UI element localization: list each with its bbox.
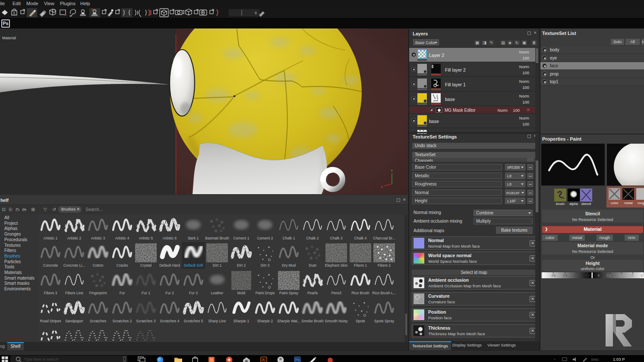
svg-text:-0.4: -0.4 [574, 274, 579, 277]
svg-text:-0.2: -0.2 [585, 274, 590, 277]
svg-text:Y: Y [391, 169, 393, 173]
svg-text:-0.8: -0.8 [551, 274, 556, 277]
svg-text:0.2: 0.2 [607, 274, 611, 277]
svg-text:Z: Z [393, 183, 395, 187]
svg-text:Type here to search: Type here to search [24, 357, 59, 362]
svg-text:0: 0 [598, 274, 600, 277]
svg-text:0.8: 0.8 [641, 274, 644, 277]
svg-text:0.4: 0.4 [619, 274, 622, 277]
svg-text:Ps: Ps [295, 358, 300, 362]
svg-text:Material: Material [2, 36, 16, 40]
svg-text:8: 8 [255, 11, 257, 15]
svg-text:ENG: ENG [591, 358, 599, 362]
svg-text:-0.6: -0.6 [562, 274, 568, 277]
svg-text:1:03 P: 1:03 P [613, 357, 625, 362]
svg-text:S: S [13, 11, 15, 15]
svg-text:A: A [262, 358, 265, 362]
svg-text:0.6: 0.6 [630, 274, 634, 277]
svg-text:^: ^ [554, 358, 556, 362]
svg-text:X: X [381, 185, 383, 189]
